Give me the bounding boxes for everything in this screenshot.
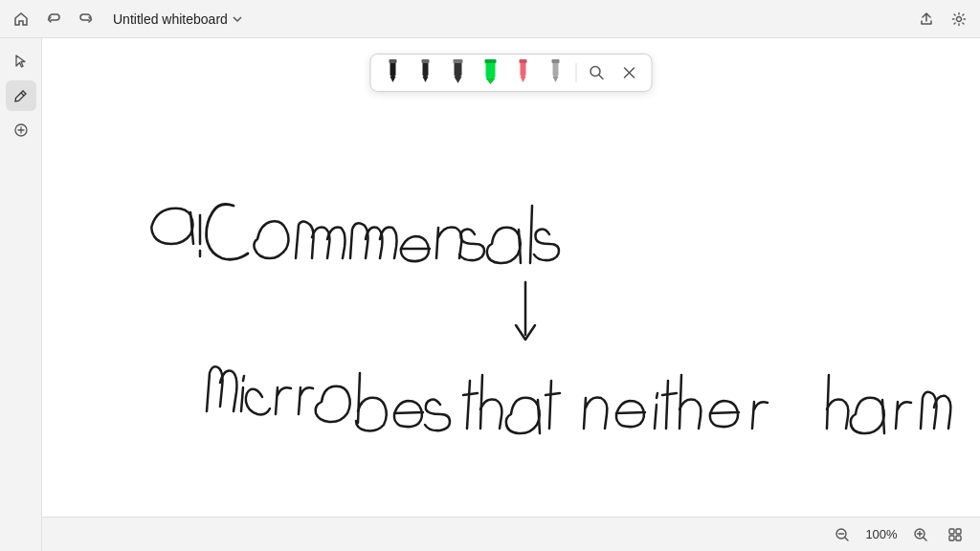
canvas-area[interactable]: 100%	[42, 38, 980, 551]
svg-rect-16	[520, 59, 527, 63]
toolbar-separator	[576, 63, 577, 82]
svg-rect-5	[423, 61, 429, 77]
title-chevron-icon[interactable]	[232, 13, 243, 25]
svg-rect-8	[455, 61, 462, 77]
svg-marker-6	[423, 77, 429, 82]
svg-rect-13	[485, 59, 497, 63]
close-toolbar-button[interactable]	[615, 58, 644, 87]
svg-rect-4	[390, 59, 397, 63]
svg-rect-2	[390, 61, 396, 77]
titlebar-right	[913, 6, 972, 33]
whiteboard-title: Untitled whiteboard	[113, 11, 228, 27]
svg-rect-19	[552, 59, 560, 63]
pen4-button[interactable]	[477, 58, 505, 87]
svg-rect-11	[486, 61, 496, 78]
svg-marker-18	[553, 77, 559, 82]
svg-marker-15	[521, 77, 526, 82]
pen3-button[interactable]	[444, 58, 473, 87]
pen2-button[interactable]	[412, 58, 440, 87]
fit-to-screen-button[interactable]	[942, 521, 969, 548]
titlebar: Untitled whiteboard	[0, 0, 980, 38]
svg-rect-24	[956, 529, 961, 534]
main-area: 100%	[0, 38, 980, 551]
svg-rect-26	[956, 536, 961, 540]
svg-rect-23	[949, 529, 954, 534]
share-button[interactable]	[913, 6, 940, 33]
title-area: Untitled whiteboard	[113, 11, 243, 27]
select-tool-button[interactable]	[6, 46, 36, 77]
pen-toolbar	[370, 54, 653, 92]
svg-marker-3	[390, 77, 396, 82]
pen6-button[interactable]	[542, 58, 570, 87]
undo-button[interactable]	[40, 6, 67, 33]
settings-button[interactable]	[946, 6, 972, 33]
svg-rect-17	[553, 61, 559, 77]
titlebar-left: Untitled whiteboard	[8, 6, 243, 33]
svg-marker-12	[486, 78, 496, 84]
svg-rect-7	[422, 59, 430, 63]
zoom-in-button[interactable]	[907, 521, 934, 548]
svg-point-0	[957, 16, 962, 21]
home-button[interactable]	[8, 6, 34, 33]
bottom-bar: 100%	[42, 517, 980, 551]
pen-tool-button[interactable]	[6, 80, 36, 111]
redo-button[interactable]	[73, 6, 100, 33]
add-button[interactable]	[6, 115, 36, 145]
zoom-out-button[interactable]	[829, 521, 856, 548]
zoom-level: 100%	[863, 527, 900, 541]
svg-rect-10	[454, 59, 463, 63]
whiteboard-content	[42, 38, 980, 551]
svg-marker-9	[455, 77, 462, 83]
svg-rect-14	[521, 61, 526, 77]
search-button[interactable]	[583, 58, 612, 87]
left-sidebar	[0, 38, 42, 551]
svg-rect-25	[949, 536, 954, 540]
pen5-button[interactable]	[509, 58, 538, 87]
pen1-button[interactable]	[379, 58, 408, 87]
